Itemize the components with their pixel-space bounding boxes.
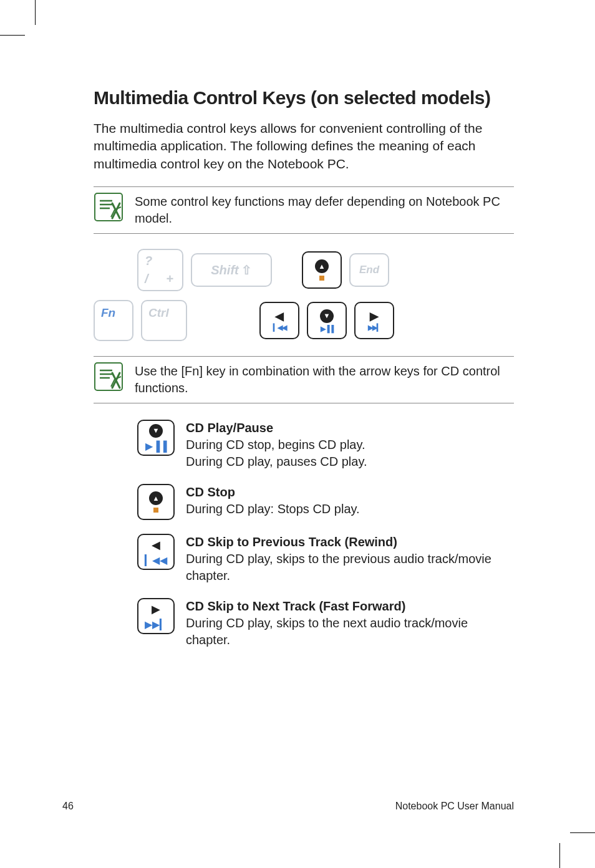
func-text: CD Stop During CD play: Stops CD play. xyxy=(186,484,360,518)
note-icon xyxy=(94,362,123,392)
play-pause-icon: ▶▐▐ xyxy=(321,326,334,332)
stop-circle-icon: ▲ xyxy=(315,259,329,273)
func-text: CD Skip to Previous Track (Rewind) Durin… xyxy=(186,534,514,584)
func-body: During CD play, skips to the previous au… xyxy=(186,551,514,584)
func-next: ▶ ▶▶▎ CD Skip to Next Track (Fast Forwar… xyxy=(137,598,514,649)
fn-key: Fn xyxy=(94,300,133,341)
note-text: Some control key functions may defer dep… xyxy=(135,192,514,227)
right-triangle-icon: ▶ xyxy=(370,311,379,322)
play-circle-icon: ▼ xyxy=(320,309,334,323)
shift-arrow-icon: ⇧ xyxy=(241,263,252,277)
key-row-bottom: Fn Ctrl ◀ ▎◀◀ ▼ ▶▐▐ ▶ ▶▶▎ xyxy=(94,300,514,341)
stop-square-glyph xyxy=(153,508,158,513)
prev-track-icon: ▎◀◀ xyxy=(273,324,286,331)
end-label: End xyxy=(359,264,379,276)
note-icon xyxy=(94,192,123,222)
next-track-icon: ▶▶▎ xyxy=(368,324,381,331)
func-title: CD Play/Pause xyxy=(186,420,367,436)
up-circle-icon: ▲ xyxy=(149,491,163,505)
ctrl-key: Ctrl xyxy=(141,300,187,341)
page-content: Multimedia Control Keys (on selected mod… xyxy=(0,0,595,649)
fn-label: Fn xyxy=(101,306,115,320)
left-triangle-icon: ◀ xyxy=(275,311,284,322)
page-number: 46 xyxy=(62,801,74,812)
func-body: During CD play: Stops CD play. xyxy=(186,501,360,518)
func-stop: ▲ CD Stop During CD play: Stops CD play. xyxy=(137,484,514,520)
end-key: End xyxy=(349,253,389,287)
function-list: ▼ ▶▐▐ CD Play/Pause During CD stop, begi… xyxy=(137,420,514,649)
func-prev: ◀ ▎◀◀ CD Skip to Previous Track (Rewind)… xyxy=(137,534,514,584)
func-text: CD Skip to Next Track (Fast Forward) Dur… xyxy=(186,598,514,649)
slash-key: ? / + xyxy=(137,249,183,291)
crop-mark xyxy=(35,0,36,25)
down-arrow-key: ▼ ▶▐▐ xyxy=(307,302,347,339)
crop-mark xyxy=(570,832,595,833)
shift-key: Shift ⇧ xyxy=(191,253,272,287)
prev-key-icon: ◀ ▎◀◀ xyxy=(137,534,175,570)
stop-key-icon: ▲ xyxy=(137,484,175,520)
prev-glyph: ▎◀◀ xyxy=(145,554,167,566)
left-triangle-icon: ◀ xyxy=(152,538,160,552)
down-circle-icon: ▼ xyxy=(149,424,163,438)
page-footer: 46 Notebook PC User Manual xyxy=(62,801,514,812)
next-key-icon: ▶ ▶▶▎ xyxy=(137,598,175,634)
shift-label: Shift xyxy=(211,263,238,277)
up-arrow-key: ▲ xyxy=(302,251,342,289)
key-row-top: ? / + Shift ⇧ ▲ End xyxy=(137,249,514,291)
note-block: Some control key functions may defer dep… xyxy=(94,186,514,234)
key-diagram: ? / + Shift ⇧ ▲ End Fn Ctrl xyxy=(94,249,514,341)
plus-char: + xyxy=(166,272,173,286)
ctrl-label: Ctrl xyxy=(148,306,169,320)
footer-label: Notebook PC User Manual xyxy=(395,801,514,812)
note-text: Use the [Fn] key in combination with the… xyxy=(135,362,514,397)
play-pause-glyph: ▶▐▐ xyxy=(145,440,167,452)
crop-mark xyxy=(0,35,25,36)
left-arrow-key: ◀ ▎◀◀ xyxy=(259,302,299,339)
func-play-pause: ▼ ▶▐▐ CD Play/Pause During CD stop, begi… xyxy=(137,420,514,470)
right-triangle-icon: ▶ xyxy=(152,602,160,616)
func-body: During CD play, skips to the next audio … xyxy=(186,615,514,649)
page-heading: Multimedia Control Keys (on selected mod… xyxy=(94,87,514,109)
slash-char: / xyxy=(145,272,148,286)
func-title: CD Skip to Next Track (Fast Forward) xyxy=(186,598,514,615)
next-glyph: ▶▶▎ xyxy=(145,619,167,630)
func-title: CD Stop xyxy=(186,484,360,501)
func-title: CD Skip to Previous Track (Rewind) xyxy=(186,534,514,551)
func-body: During CD stop, begins CD play. During C… xyxy=(186,436,367,470)
note-block: Use the [Fn] key in combination with the… xyxy=(94,356,514,403)
crop-mark xyxy=(559,843,560,868)
intro-paragraph: The multimedia control keys allows for c… xyxy=(94,120,514,173)
play-pause-key-icon: ▼ ▶▐▐ xyxy=(137,420,175,456)
right-arrow-key: ▶ ▶▶▎ xyxy=(354,302,394,339)
func-text: CD Play/Pause During CD stop, begins CD … xyxy=(186,420,367,470)
question-mark: ? xyxy=(145,254,152,268)
stop-square-icon xyxy=(319,276,324,281)
